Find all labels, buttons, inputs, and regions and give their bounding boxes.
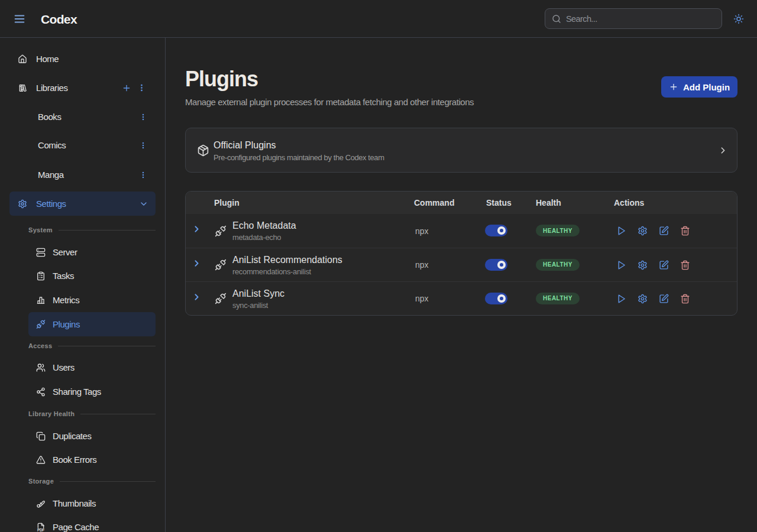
svg-text:PDF: PDF bbox=[37, 528, 44, 532]
